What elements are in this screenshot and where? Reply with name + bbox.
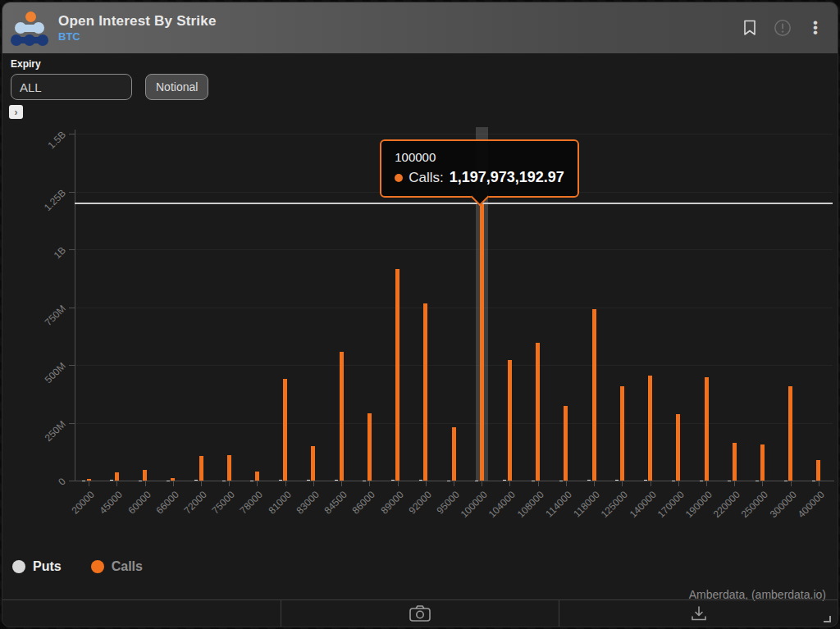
bar[interactable] xyxy=(391,480,395,481)
bar[interactable] xyxy=(536,343,540,481)
bar[interactable] xyxy=(115,472,119,481)
gridline xyxy=(75,423,833,424)
bar[interactable] xyxy=(615,480,619,481)
xtick xyxy=(509,481,510,486)
notional-toggle-button[interactable]: Notional xyxy=(145,74,208,100)
bar[interactable] xyxy=(760,444,765,481)
xtick xyxy=(566,481,567,486)
ytick xyxy=(69,423,75,424)
legend-label: Puts xyxy=(33,559,62,574)
calls-legend-dot-icon xyxy=(91,560,104,573)
asset-symbol: BTC xyxy=(58,30,217,43)
ylab: 250M xyxy=(25,418,68,461)
ylab: 1B xyxy=(25,244,68,287)
bar[interactable] xyxy=(676,414,680,481)
gridline xyxy=(75,365,833,366)
ytick xyxy=(69,134,75,134)
bar[interactable] xyxy=(564,406,568,481)
bar[interactable] xyxy=(307,480,310,481)
bar[interactable] xyxy=(508,360,512,481)
bar[interactable] xyxy=(587,480,591,481)
tooltip-value: 1,197,973,192.97 xyxy=(450,169,564,186)
ylab: 0 xyxy=(25,476,68,518)
ylab: 1.5B xyxy=(25,129,68,171)
bar[interactable] xyxy=(194,480,198,481)
bar[interactable] xyxy=(816,460,820,481)
open-interest-widget: Open Interest By Strike BTC ••• Expiry A… xyxy=(2,2,838,627)
bar[interactable] xyxy=(788,386,792,481)
legend-item-calls[interactable]: Calls xyxy=(91,559,143,574)
xtick xyxy=(285,481,286,486)
bar[interactable] xyxy=(340,352,344,481)
bar[interactable] xyxy=(644,480,647,481)
bar[interactable] xyxy=(311,446,315,481)
ylab: 500M xyxy=(25,360,68,403)
ytick xyxy=(69,308,75,308)
bar[interactable] xyxy=(283,379,287,481)
xlab: 400000 xyxy=(772,489,826,543)
xtick xyxy=(762,481,763,486)
xtick xyxy=(145,481,146,486)
bar[interactable] xyxy=(368,413,372,481)
bar[interactable] xyxy=(335,480,338,481)
bar[interactable] xyxy=(620,386,624,481)
xtick xyxy=(454,481,454,486)
axis-x xyxy=(75,481,834,481)
xtick xyxy=(257,481,258,486)
xtick xyxy=(426,481,427,486)
bar[interactable] xyxy=(733,443,737,481)
info-icon[interactable] xyxy=(774,19,792,37)
bar[interactable] xyxy=(503,480,506,481)
xtick xyxy=(819,481,819,486)
bar[interactable] xyxy=(143,470,147,481)
gridline xyxy=(75,134,833,134)
bar[interactable] xyxy=(705,377,709,481)
kebab-menu-icon[interactable]: ••• xyxy=(806,19,824,37)
bar[interactable] xyxy=(199,456,203,481)
widget-header: Open Interest By Strike BTC ••• xyxy=(2,2,838,53)
legend-label: Calls xyxy=(112,559,143,574)
axis-y xyxy=(75,130,75,481)
bar[interactable] xyxy=(419,480,422,481)
gridline xyxy=(75,308,833,308)
download-button[interactable] xyxy=(559,600,838,627)
xtick xyxy=(538,481,539,486)
ytick xyxy=(69,481,75,481)
bar[interactable] xyxy=(480,203,484,481)
xtick xyxy=(651,481,651,486)
xtick xyxy=(398,481,399,486)
bar[interactable] xyxy=(648,376,652,481)
bar[interactable] xyxy=(592,309,596,481)
xtick xyxy=(341,481,342,486)
amberdata-logo-icon xyxy=(11,10,48,46)
xtick xyxy=(116,481,117,486)
expiry-label: Expiry xyxy=(11,58,208,70)
ytick xyxy=(69,192,75,193)
legend-item-puts[interactable]: Puts xyxy=(12,559,62,574)
bar[interactable] xyxy=(255,472,259,481)
bar[interactable] xyxy=(110,480,113,481)
controls-bar: Expiry ALL Notional xyxy=(11,58,208,100)
xtick xyxy=(369,481,370,486)
xtick xyxy=(791,481,792,486)
expiry-select[interactable]: ALL xyxy=(11,74,132,100)
toolbar-blank-section[interactable] xyxy=(2,600,281,627)
bar[interactable] xyxy=(227,455,231,481)
bar[interactable] xyxy=(423,303,427,481)
tooltip-series-label: Calls: xyxy=(409,170,444,186)
hl-line xyxy=(75,203,833,204)
ylab: 1.25B xyxy=(25,187,68,230)
bar[interactable] xyxy=(171,478,175,481)
tooltip-strike: 100000 xyxy=(395,150,564,164)
bar[interactable] xyxy=(279,480,282,481)
bar[interactable] xyxy=(87,479,91,481)
bar[interactable] xyxy=(452,427,456,481)
bookmark-icon[interactable] xyxy=(741,19,759,37)
xtick xyxy=(173,481,174,486)
screenshot-button[interactable] xyxy=(281,600,559,627)
page-title: Open Interest By Strike xyxy=(58,13,217,30)
xtick xyxy=(706,481,707,486)
bar[interactable] xyxy=(395,269,399,481)
resize-corner-handle[interactable] xyxy=(824,616,831,622)
bottom-toolbar xyxy=(2,599,838,627)
